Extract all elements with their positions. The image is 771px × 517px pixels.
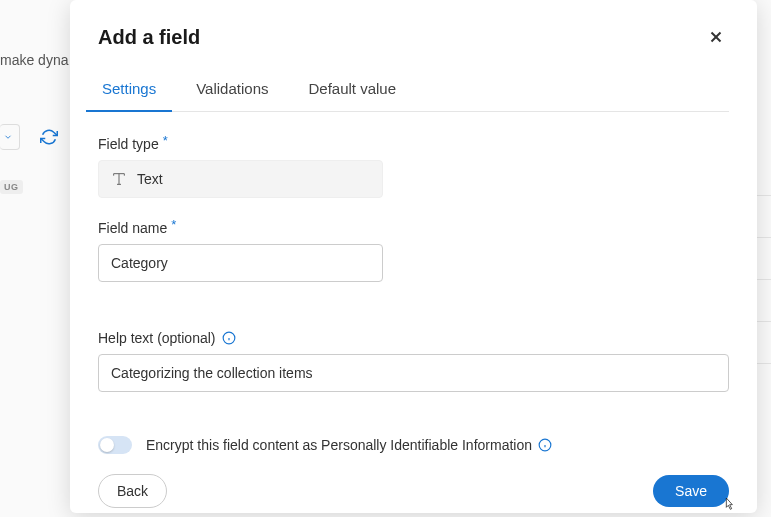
encrypt-toggle-row: Encrypt this field content as Personally… — [98, 436, 729, 454]
close-button[interactable] — [703, 24, 729, 50]
save-button[interactable]: Save — [653, 475, 729, 507]
help-text-group: Help text (optional) — [98, 330, 729, 392]
info-icon[interactable] — [538, 438, 552, 452]
required-indicator: * — [171, 217, 176, 232]
tab-default-value[interactable]: Default value — [304, 72, 400, 111]
modal-title: Add a field — [98, 26, 200, 49]
background-badge: UG — [0, 180, 23, 194]
encrypt-toggle[interactable] — [98, 436, 132, 454]
field-type-selector[interactable]: Text — [98, 160, 383, 198]
field-type-value: Text — [137, 171, 163, 187]
background-dropdown[interactable] — [0, 124, 20, 150]
tabs-bar: Settings Validations Default value — [98, 72, 729, 112]
modal-footer: Back Save — [98, 454, 729, 508]
help-text-input[interactable] — [98, 354, 729, 392]
field-type-label: Field type — [98, 136, 159, 152]
add-field-modal: Add a field Settings Validations Default… — [70, 0, 757, 513]
chevron-down-icon — [3, 132, 13, 142]
field-name-group: Field name * — [98, 220, 729, 282]
help-text-label: Help text (optional) — [98, 330, 216, 346]
text-type-icon — [111, 171, 127, 187]
field-name-input[interactable] — [98, 244, 383, 282]
toggle-knob — [100, 438, 114, 452]
modal-header: Add a field — [98, 24, 729, 50]
tab-settings[interactable]: Settings — [98, 72, 160, 111]
field-type-group: Field type * Text — [98, 136, 729, 198]
encrypt-label: Encrypt this field content as Personally… — [146, 437, 552, 453]
tab-validations[interactable]: Validations — [192, 72, 272, 111]
refresh-icon[interactable] — [40, 128, 58, 146]
close-icon — [707, 28, 725, 46]
back-button[interactable]: Back — [98, 474, 167, 508]
field-name-label: Field name — [98, 220, 167, 236]
background-text-fragment: make dyna — [0, 52, 68, 68]
info-icon[interactable] — [222, 331, 236, 345]
required-indicator: * — [163, 133, 168, 148]
